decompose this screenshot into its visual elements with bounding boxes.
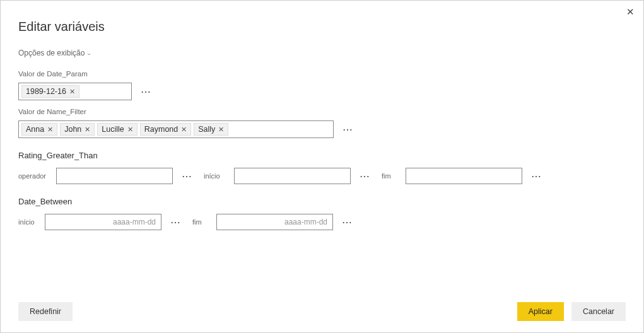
ellipsis-icon[interactable]: ⋯ [138, 86, 154, 98]
name-filter-token: Sally✕ [194, 123, 228, 136]
rating-start-label: início [204, 172, 228, 180]
rating-end-input[interactable] [406, 168, 522, 184]
name-filter-token: John✕ [60, 123, 95, 136]
name-filter-label: Valor de Name_Filter [18, 108, 626, 115]
cancel-button[interactable]: Cancelar [571, 302, 626, 321]
operator-label: operador [18, 172, 50, 180]
date-between-start-input[interactable] [45, 214, 161, 230]
name-filter-token-text: Sally [198, 125, 215, 134]
ellipsis-icon[interactable]: ⋯ [168, 216, 184, 228]
ellipsis-icon[interactable]: ⋯ [179, 170, 195, 182]
display-options-label: Opções de exibição [18, 49, 85, 57]
close-icon[interactable]: ✕ [626, 7, 635, 16]
date-param-token-text: 1989-12-16 [26, 87, 66, 96]
reset-button[interactable]: Redefinir [18, 302, 73, 321]
ellipsis-icon[interactable]: ⋯ [529, 170, 544, 182]
display-options-toggle[interactable]: Opções de exibição ⌄ [18, 49, 91, 57]
dialog-title: Editar variáveis [18, 20, 626, 34]
name-filter-input[interactable]: Anna✕John✕Lucille✕Raymond✕Sally✕ [18, 120, 334, 138]
name-filter-token-text: Raymond [144, 125, 179, 134]
date-param-label: Valor de Date_Param [18, 70, 626, 78]
name-filter-token-text: John [64, 125, 81, 134]
rating-end-label: fim [382, 172, 399, 180]
operator-input[interactable] [56, 168, 173, 184]
dialog-footer: Redefinir Aplicar Cancelar [1, 302, 643, 321]
rating-start-input[interactable] [234, 168, 351, 184]
remove-token-icon[interactable]: ✕ [218, 126, 224, 134]
date-between-end-label: fim [192, 218, 210, 226]
ellipsis-icon[interactable]: ⋯ [340, 124, 356, 136]
date-between-end-input[interactable] [216, 214, 333, 230]
name-filter-token: Anna✕ [21, 123, 57, 136]
name-filter-token-text: Anna [26, 125, 44, 134]
chevron-down-icon: ⌄ [86, 50, 91, 56]
date-between-label: Date_Between [18, 197, 626, 206]
remove-token-icon[interactable]: ✕ [181, 126, 187, 134]
date-between-start-label: início [18, 218, 38, 226]
name-filter-token-text: Lucille [102, 125, 124, 134]
date-param-token: 1989-12-16 ✕ [21, 85, 79, 98]
remove-token-icon[interactable]: ✕ [69, 88, 75, 96]
apply-button[interactable]: Aplicar [517, 302, 564, 321]
date-param-input[interactable]: 1989-12-16 ✕ [18, 83, 132, 100]
remove-token-icon[interactable]: ✕ [47, 126, 53, 134]
edit-variables-dialog: ✕ Editar variáveis Opções de exibição ⌄ … [0, 0, 644, 333]
ellipsis-icon[interactable]: ⋯ [339, 216, 355, 228]
ellipsis-icon[interactable]: ⋯ [357, 170, 373, 182]
rating-greater-label: Rating_Greater_Than [18, 151, 626, 160]
remove-token-icon[interactable]: ✕ [85, 126, 90, 134]
remove-token-icon[interactable]: ✕ [127, 126, 133, 134]
name-filter-token: Lucille✕ [97, 123, 137, 136]
name-filter-token: Raymond✕ [140, 123, 192, 136]
